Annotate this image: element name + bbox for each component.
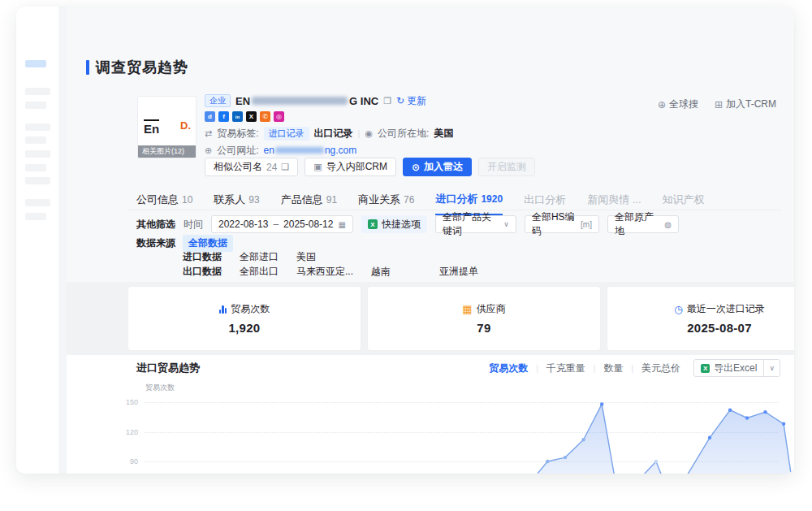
export-source-vietnam[interactable]: 越南 bbox=[371, 265, 391, 279]
export-source-malaysia[interactable]: 马来西亚定... bbox=[296, 265, 353, 279]
stat-card-suppliers: ▦ 供应商 79 bbox=[367, 286, 601, 351]
tab-ip[interactable]: 知识产权 bbox=[663, 192, 705, 215]
copy-icon[interactable]: ❐ bbox=[383, 96, 391, 106]
last-import-value: 2025-08-07 bbox=[687, 321, 752, 335]
import-icon: ▣ bbox=[313, 162, 322, 172]
social-icon-1[interactable]: d bbox=[205, 111, 215, 122]
tab-company-info[interactable]: 公司信息10 bbox=[136, 192, 192, 215]
bar-chart-icon bbox=[219, 305, 227, 314]
company-logo-mark: D. bbox=[180, 119, 191, 132]
export-source-asia-bill[interactable]: 亚洲提单 bbox=[439, 265, 478, 279]
origin-globe-icon: ◍ bbox=[664, 220, 672, 229]
blurred-name bbox=[252, 97, 348, 105]
sidebar-item[interactable] bbox=[25, 213, 46, 220]
company-info: 企业 EN G INC ❐ ↻ 更新 d f in X bbox=[205, 94, 453, 161]
excel-icon: X bbox=[701, 364, 710, 373]
stat-card-last-import: ◷ 最近一次进口记录 2025-08-07 bbox=[607, 286, 794, 351]
hs-code-select[interactable]: 全部HS编码 [m] bbox=[525, 215, 599, 233]
header-actions: ⊕ 全球搜 ⊞ 加入T-CRM bbox=[658, 97, 776, 111]
trade-count-value: 1,920 bbox=[228, 321, 260, 335]
facebook-icon[interactable]: f bbox=[218, 111, 229, 122]
sidebar-item[interactable] bbox=[25, 164, 46, 171]
join-radar-button[interactable]: ⊙ 加入雷达 bbox=[403, 158, 472, 176]
document-icon: ❏ bbox=[281, 162, 289, 172]
swap-icon: ⇄ bbox=[205, 128, 212, 139]
sidebar-item[interactable] bbox=[25, 88, 50, 95]
chevron-down-icon: ∨ bbox=[503, 220, 509, 228]
company-website-link[interactable]: en ng.com bbox=[264, 145, 357, 156]
company-name: EN G INC bbox=[235, 95, 378, 107]
import-source-all[interactable]: 全部进口 bbox=[240, 250, 279, 264]
blurred-website bbox=[275, 147, 324, 154]
metric-usd-total[interactable]: 美元总价 bbox=[641, 362, 680, 375]
excel-icon: X bbox=[368, 219, 378, 229]
sidebar-item[interactable] bbox=[25, 177, 50, 184]
company-logo-text: En bbox=[144, 119, 159, 136]
supplier-icon: ▦ bbox=[462, 305, 472, 314]
app-window: 调查贸易趋势 ⊕ 全球搜 ⊞ 加入T-CRM En D. 相关图片(12) bbox=[16, 6, 794, 474]
instagram-icon[interactable]: ◎ bbox=[274, 111, 284, 122]
location-icon: ◉ bbox=[365, 128, 373, 139]
origin-select[interactable]: 全部原产地 ◍ bbox=[607, 215, 679, 233]
linkedin-icon[interactable]: in bbox=[232, 111, 243, 122]
page-title: 调查贸易趋势 bbox=[96, 58, 188, 77]
metric-kg-weight[interactable]: 千克重量 bbox=[546, 362, 585, 375]
related-images-badge[interactable]: 相关图片(12) bbox=[138, 145, 196, 158]
phone-icon[interactable]: ✆ bbox=[260, 111, 270, 122]
join-tcrm-button[interactable]: ⊞ 加入T-CRM bbox=[715, 97, 776, 111]
date-range-input[interactable]: 2022-08-13 – 2025-08-12 ▦ bbox=[211, 215, 353, 233]
sidebar-item[interactable] bbox=[25, 136, 46, 144]
hs-code-icon: [m] bbox=[581, 220, 592, 229]
x-twitter-icon[interactable]: X bbox=[246, 111, 257, 122]
import-crm-button[interactable]: ▣ 导入内部CRM bbox=[304, 158, 396, 176]
start-monitor-button[interactable]: 开启监测 bbox=[478, 158, 535, 176]
all-data-chip[interactable]: 全部数据 bbox=[183, 235, 233, 252]
update-button[interactable]: ↻ 更新 bbox=[396, 94, 426, 108]
metric-toggles: 贸易次数 | 千克重量 | 数量 | 美元总价 X 导出Excel ∨ bbox=[489, 359, 780, 377]
globe-icon: ⊕ bbox=[205, 145, 212, 156]
export-dropdown-button[interactable]: ∨ bbox=[763, 360, 780, 376]
sidebar-item[interactable] bbox=[25, 123, 50, 131]
refresh-icon: ↻ bbox=[396, 95, 404, 106]
tab-products[interactable]: 产品信息91 bbox=[281, 192, 337, 215]
social-links: d f in X ✆ ◎ bbox=[205, 111, 453, 122]
sidebar-item[interactable] bbox=[25, 199, 50, 206]
tab-contacts[interactable]: 联系人93 bbox=[214, 192, 259, 215]
export-excel-split-button: X 导出Excel ∨ bbox=[693, 359, 780, 377]
datasource-row-import: 进口数据 全部进口 美国 bbox=[136, 250, 316, 264]
compass-icon: ⊕ bbox=[658, 99, 666, 110]
export-source-all[interactable]: 全部出口 bbox=[240, 265, 279, 279]
sidebar-item-active[interactable] bbox=[25, 60, 46, 67]
export-excel-button[interactable]: X 导出Excel bbox=[694, 360, 763, 376]
metric-trade-count[interactable]: 贸易次数 bbox=[489, 362, 528, 375]
sidebar-nav bbox=[16, 6, 58, 474]
tab-relations[interactable]: 商业关系76 bbox=[358, 192, 414, 215]
similar-companies-button[interactable]: 相似公司名 24 ❏ bbox=[205, 158, 298, 176]
chart-header: 进口贸易趋势 贸易次数 | 千克重量 | 数量 | 美元总价 X 导出Excel… bbox=[136, 359, 780, 377]
filter-bar: 其他筛选 时间 2022-08-13 – 2025-08-12 ▦ X 快捷选项… bbox=[136, 215, 679, 233]
export-records-tag[interactable]: 出口记录 bbox=[314, 127, 353, 141]
metric-quantity[interactable]: 数量 bbox=[603, 362, 623, 375]
company-actions: 相似公司名 24 ❏ ▣ 导入内部CRM ⊙ 加入雷达 开启监测 bbox=[205, 158, 535, 176]
quick-options-button[interactable]: X 快捷选项 bbox=[361, 215, 427, 233]
sidebar-item[interactable] bbox=[25, 102, 46, 109]
stat-card-trade-count: 贸易次数 1,920 bbox=[127, 286, 361, 351]
main-content: 调查贸易趋势 ⊕ 全球搜 ⊞ 加入T-CRM En D. 相关图片(12) bbox=[67, 6, 794, 474]
import-records-tag[interactable]: 进口记录 bbox=[264, 127, 309, 141]
company-logo[interactable]: En D. 相关图片(12) bbox=[137, 96, 197, 158]
sidebar-item[interactable] bbox=[25, 150, 50, 158]
suppliers-value: 79 bbox=[477, 321, 490, 335]
page-title-row: 调查贸易趋势 bbox=[86, 58, 188, 77]
chart-title: 进口贸易趋势 bbox=[136, 361, 200, 375]
global-search-button[interactable]: ⊕ 全球搜 bbox=[658, 97, 698, 111]
radar-icon: ⊙ bbox=[412, 162, 420, 173]
trend-area-chart[interactable] bbox=[127, 382, 794, 474]
page: 调查贸易趋势 ⊕ 全球搜 ⊞ 加入T-CRM En D. 相关图片(12) bbox=[0, 0, 812, 511]
keyword-select[interactable]: 全部产品关键词 ∨ bbox=[435, 215, 516, 233]
datasource-row-all: 数据来源 全部数据 bbox=[136, 235, 233, 252]
clock-icon: ◷ bbox=[674, 305, 682, 314]
enterprise-badge: 企业 bbox=[205, 94, 231, 107]
calendar-icon: ▦ bbox=[338, 220, 345, 229]
company-location: 美国 bbox=[434, 127, 453, 141]
import-source-usa[interactable]: 美国 bbox=[296, 250, 316, 264]
